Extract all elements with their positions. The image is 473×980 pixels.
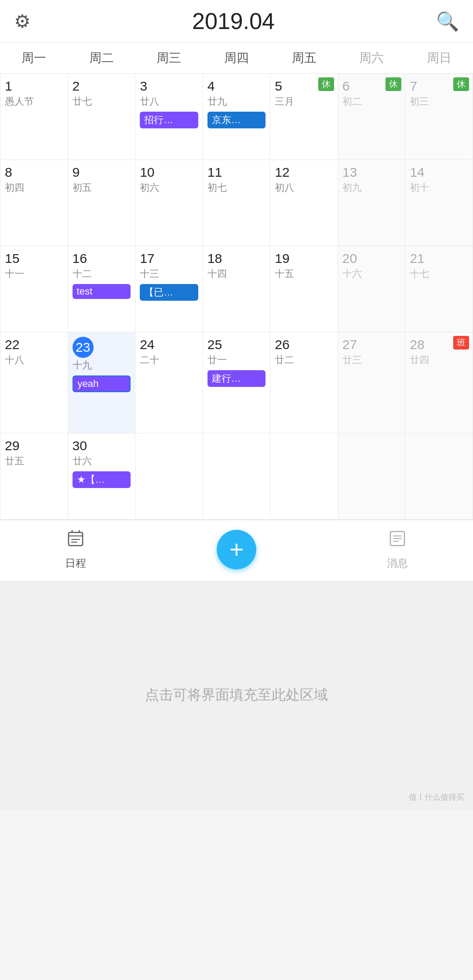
- holiday-badge: 休: [453, 77, 469, 91]
- day-number: 20: [342, 251, 401, 266]
- day-number: 1: [5, 78, 63, 94]
- event-bar[interactable]: test: [73, 284, 131, 299]
- add-event-fab[interactable]: +: [217, 530, 256, 569]
- day-16[interactable]: 16 十二 test: [68, 246, 136, 332]
- lunar-date: 廿三: [342, 353, 401, 367]
- lunar-date: 十八: [5, 353, 63, 367]
- lunar-date: 十三: [140, 267, 198, 281]
- settings-icon[interactable]: ⚙: [14, 11, 31, 32]
- weekday-sun: 周日: [405, 43, 473, 73]
- weekday-tue: 周二: [68, 43, 135, 73]
- lunar-date: 十一: [5, 267, 63, 281]
- day-18[interactable]: 18 十四: [203, 246, 271, 332]
- filler-area[interactable]: 点击可将界面填充至此处区域 值丨什么值得买: [0, 581, 473, 809]
- day-24[interactable]: 24 二十: [135, 332, 203, 434]
- day-empty-1: [135, 434, 203, 520]
- day-number: 26: [275, 337, 333, 353]
- day-17[interactable]: 17 十三 【已…: [135, 246, 203, 332]
- lunar-date: 愚人节: [5, 95, 63, 108]
- messages-nav-item[interactable]: 消息: [387, 529, 408, 570]
- day-20[interactable]: 20 十六: [338, 246, 406, 332]
- day-22[interactable]: 22 十八: [0, 332, 68, 434]
- day-23[interactable]: 23 十九 yeah: [68, 332, 136, 434]
- lunar-date: 廿四: [410, 353, 468, 367]
- day-3[interactable]: 3 廿八 招行…: [135, 74, 203, 160]
- day-11[interactable]: 11 初七: [203, 160, 271, 246]
- calendar-grid: 1 愚人节 2 廿七 3 廿八 招行… 4 廿九 京东… 5 三月 休 6 初二…: [0, 74, 473, 520]
- event-bar[interactable]: 京东…: [207, 112, 266, 128]
- day-10[interactable]: 10 初六: [135, 160, 203, 246]
- day-number: 3: [140, 78, 198, 94]
- event-bar[interactable]: ★【…: [73, 471, 131, 488]
- day-6[interactable]: 6 初二 休: [338, 74, 406, 160]
- day-4[interactable]: 4 廿九 京东…: [203, 74, 271, 160]
- day-number: 25: [207, 337, 266, 353]
- lunar-date: 廿八: [140, 95, 198, 108]
- lunar-date: 初二: [342, 95, 401, 108]
- event-bar[interactable]: 【已…: [140, 284, 198, 301]
- day-14[interactable]: 14 初十: [405, 160, 473, 246]
- watermark: 值丨什么值得买: [409, 792, 464, 802]
- event-bar[interactable]: 招行…: [140, 112, 198, 128]
- work-badge: 班: [453, 336, 469, 350]
- schedule-nav-item[interactable]: 日程: [65, 529, 86, 570]
- event-bar[interactable]: yeah: [73, 375, 131, 392]
- day-number: 11: [207, 164, 266, 180]
- day-15[interactable]: 15 十一: [0, 246, 68, 332]
- lunar-date: 十二: [73, 267, 131, 281]
- day-number: 22: [5, 337, 63, 353]
- filler-text: 点击可将界面填充至此处区域: [145, 685, 328, 705]
- day-number: 27: [342, 337, 401, 353]
- day-26[interactable]: 26 廿二: [270, 332, 338, 434]
- day-number: 30: [73, 438, 131, 454]
- messages-label: 消息: [387, 556, 408, 570]
- day-number: 16: [73, 251, 131, 266]
- day-1[interactable]: 1 愚人节: [0, 74, 68, 160]
- lunar-date: 二十: [140, 353, 198, 367]
- lunar-date: 初四: [5, 181, 63, 194]
- day-number: 17: [140, 251, 198, 266]
- lunar-date: 初九: [342, 181, 401, 194]
- day-30[interactable]: 30 廿六 ★【…: [68, 434, 136, 520]
- bottom-navigation: 日程 + 消息: [0, 520, 473, 581]
- day-27[interactable]: 27 廿三: [338, 332, 406, 434]
- app-header: ⚙ 2019.04 🔍: [0, 0, 473, 43]
- weekday-fri: 周五: [270, 43, 338, 73]
- day-number: 4: [207, 78, 266, 94]
- day-empty-2: [203, 434, 271, 520]
- lunar-date: 廿五: [5, 455, 63, 468]
- search-icon[interactable]: 🔍: [436, 11, 459, 32]
- day-25[interactable]: 25 廿一 建行…: [203, 332, 271, 434]
- day-number: 14: [410, 164, 468, 180]
- day-19[interactable]: 19 十五: [270, 246, 338, 332]
- lunar-date: 廿七: [73, 95, 131, 108]
- today-number: 23: [73, 337, 94, 358]
- weekday-wed: 周三: [135, 43, 203, 73]
- day-29[interactable]: 29 廿五: [0, 434, 68, 520]
- day-empty-4: [338, 434, 406, 520]
- lunar-date: 三月: [275, 95, 333, 108]
- day-2[interactable]: 2 廿七: [68, 74, 136, 160]
- day-number: 12: [275, 164, 333, 180]
- day-21[interactable]: 21 十七: [405, 246, 473, 332]
- holiday-badge: 休: [318, 77, 334, 91]
- weekday-sat: 周六: [338, 43, 406, 73]
- holiday-badge: 休: [386, 77, 401, 91]
- day-28[interactable]: 28 廿四 班: [405, 332, 473, 434]
- day-7[interactable]: 7 初三 休: [405, 74, 473, 160]
- day-empty-3: [270, 434, 338, 520]
- day-number: 2: [73, 78, 131, 94]
- weekday-header: 周一 周二 周三 周四 周五 周六 周日: [0, 43, 473, 74]
- weekday-mon: 周一: [0, 43, 68, 73]
- day-number: 8: [5, 164, 63, 180]
- lunar-date: 初五: [73, 181, 131, 194]
- day-8[interactable]: 8 初四: [0, 160, 68, 246]
- day-empty-5: [405, 434, 473, 520]
- day-12[interactable]: 12 初八: [270, 160, 338, 246]
- day-9[interactable]: 9 初五: [68, 160, 136, 246]
- day-number: 15: [5, 251, 63, 266]
- event-bar[interactable]: 建行…: [207, 370, 266, 387]
- day-5[interactable]: 5 三月 休: [270, 74, 338, 160]
- lunar-date: 廿六: [73, 455, 131, 468]
- day-13[interactable]: 13 初九: [338, 160, 406, 246]
